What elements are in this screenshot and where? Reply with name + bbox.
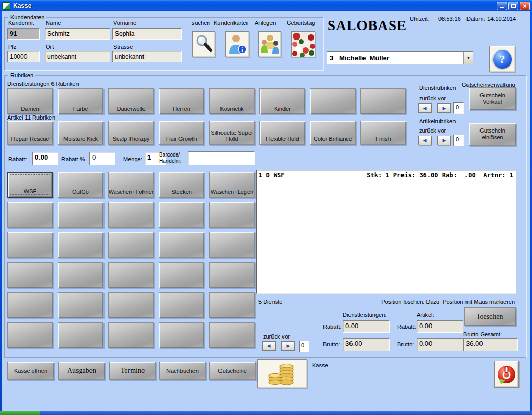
suchen-button[interactable] xyxy=(192,31,215,57)
service-category-kinder[interactable]: Kinder xyxy=(259,88,305,114)
article-category-hair-growth[interactable]: Hair Growth xyxy=(159,121,204,145)
service-category-empty[interactable] xyxy=(310,88,356,114)
dienst-back-button[interactable]: ◀ xyxy=(418,103,432,113)
dienst-page-field[interactable]: 0 xyxy=(453,102,464,114)
artikel-back-button[interactable]: ◀ xyxy=(418,136,432,145)
ausgaben-button[interactable]: Ausgaben xyxy=(58,362,105,380)
receipt-page-field[interactable]: 0 xyxy=(299,341,309,352)
restore-button[interactable] xyxy=(508,2,518,10)
artikel-page-field[interactable]: 0 xyxy=(453,135,464,146)
service-button-waschen-foehner[interactable]: Waschen+Föhner xyxy=(108,172,154,198)
receipt-back-button[interactable]: ◀ xyxy=(262,341,276,351)
chevron-down-icon[interactable]: ▼ xyxy=(463,52,473,64)
service-button-empty[interactable] xyxy=(108,262,154,288)
article-category-scalp-therapy[interactable]: Scalp Therapy xyxy=(108,121,154,145)
loeschen-button[interactable]: loeschen xyxy=(464,307,516,326)
barcode-field[interactable] xyxy=(188,151,255,165)
service-category-empty[interactable] xyxy=(360,88,406,114)
close-button[interactable]: × xyxy=(520,2,530,10)
rubriken-group-label: Rubriken xyxy=(8,72,35,79)
service-category-farbe[interactable]: Farbe xyxy=(58,88,103,114)
service-button-empty[interactable] xyxy=(159,202,204,228)
gutschein-verkauf-button[interactable]: Gutschein Verkauf xyxy=(469,87,516,110)
datum-value: 14.10.2014 xyxy=(487,16,516,22)
service-button-empty[interactable] xyxy=(7,292,53,318)
service-button-wsf[interactable]: WSF xyxy=(7,172,53,198)
service-category-damen[interactable]: Damen xyxy=(7,88,53,114)
window-frame-left xyxy=(0,11,2,411)
anlegen-button[interactable] xyxy=(258,31,281,57)
receipt-list[interactable]: 1 D WSF Stk: 1 Preis: 36.00 Rab: .00 Art… xyxy=(256,170,516,294)
barcode-label-line2: Handelnr: xyxy=(159,158,181,164)
service-button-empty[interactable] xyxy=(58,322,103,348)
service-button-empty[interactable] xyxy=(108,322,154,348)
receipt-forward-button[interactable]: ▶ xyxy=(281,341,295,351)
name-field[interactable]: Schmitz xyxy=(45,28,110,40)
service-button-empty[interactable] xyxy=(209,232,255,258)
service-button-empty[interactable] xyxy=(58,232,103,258)
service-button-empty[interactable] xyxy=(7,202,53,228)
category-label: Hair Growth xyxy=(166,136,197,142)
menge-label: Menge: xyxy=(123,156,142,162)
artikel-forward-button[interactable]: ▶ xyxy=(437,136,451,145)
service-button-empty[interactable] xyxy=(58,292,103,318)
button-label: Stecken xyxy=(171,189,192,196)
service-category-herren[interactable]: Herren xyxy=(159,88,204,114)
employee-select[interactable]: 3 Michelle Müller ▼ xyxy=(327,51,473,64)
gutschein-einloesen-button[interactable]: Gutschein einlösen xyxy=(469,123,516,146)
article-category-repair-rescue[interactable]: Repair Rescue xyxy=(7,121,53,145)
kundenkartei-button[interactable]: i xyxy=(225,31,249,57)
brand-logo: SALOBASE xyxy=(328,18,407,34)
service-button-empty[interactable] xyxy=(159,262,204,288)
help-button[interactable]: ? xyxy=(489,46,515,72)
receipt-line[interactable]: 1 D WSF Stk: 1 Preis: 36.00 Rab: .00 Art… xyxy=(257,170,516,179)
termine-button[interactable]: Termine xyxy=(109,362,156,380)
kasse-coins-button[interactable] xyxy=(257,359,307,388)
service-button-empty[interactable] xyxy=(209,202,255,228)
service-button-empty[interactable] xyxy=(7,232,53,258)
service-category-kosmetik[interactable]: Kosmetik xyxy=(209,88,255,114)
service-button-empty[interactable] xyxy=(108,292,154,318)
rabatt-field[interactable]: 0.00 xyxy=(32,152,58,165)
ort-field[interactable]: unbekannt xyxy=(45,51,110,62)
kasse-oeffnen-button[interactable]: Kasse öffnen xyxy=(7,362,54,380)
service-button-empty[interactable] xyxy=(108,202,154,228)
service-button-empty[interactable] xyxy=(7,262,53,288)
article-category-finish[interactable]: Finish xyxy=(360,121,406,145)
articles-rabatt-field: 0.00 xyxy=(417,320,463,333)
button-label: Termine xyxy=(121,367,145,375)
dienst-forward-button[interactable]: ▶ xyxy=(437,103,451,113)
exit-button[interactable] xyxy=(494,361,519,388)
service-button-empty[interactable] xyxy=(209,262,255,288)
article-category-flexible-hold[interactable]: Flexible Hold xyxy=(259,121,305,145)
service-button-empty[interactable] xyxy=(58,202,103,228)
nachbuchen-button[interactable]: Nachbuchen xyxy=(159,362,206,380)
geburtstag-button[interactable] xyxy=(291,31,315,57)
strasse-field[interactable]: unbekannt xyxy=(112,51,182,62)
service-button-empty[interactable] xyxy=(209,322,255,348)
article-category-color-brilliance[interactable]: Color Brilliance xyxy=(310,121,356,145)
barcode-label-line1: Barcode/ xyxy=(159,152,180,158)
kundennr-field[interactable]: 91 xyxy=(7,28,40,40)
service-category-dauerwelle[interactable]: Dauerwelle xyxy=(108,88,154,114)
start-button-edge[interactable] xyxy=(0,411,40,415)
vorname-field[interactable]: Sophia xyxy=(112,28,182,40)
service-button-waschen-legen[interactable]: Waschen+Legen xyxy=(209,172,255,198)
service-button-empty[interactable] xyxy=(159,292,204,318)
plz-label: Plz xyxy=(8,44,16,50)
gutscheine-button[interactable]: Gutscheine xyxy=(209,362,256,380)
minimize-button[interactable] xyxy=(497,2,507,10)
service-button-empty[interactable] xyxy=(209,292,255,318)
service-button-empty[interactable] xyxy=(159,232,204,258)
service-button-empty[interactable] xyxy=(108,232,154,258)
article-category-moisture-kick[interactable]: Moisture Kick xyxy=(58,121,103,145)
service-button-empty[interactable] xyxy=(58,262,103,288)
rabatt-pct-field[interactable]: 0 xyxy=(89,152,115,165)
service-button-empty[interactable] xyxy=(7,322,53,348)
service-button-stecken[interactable]: Stecken xyxy=(159,172,204,198)
service-button-empty[interactable] xyxy=(159,322,204,348)
suchen-label: suchen xyxy=(192,20,210,26)
article-category-silhouette-super-hold[interactable]: Silhouette Super Hold xyxy=(209,121,255,145)
plz-field[interactable]: 10000 xyxy=(7,51,40,62)
service-button-cutgo[interactable]: CutGo xyxy=(58,172,103,198)
